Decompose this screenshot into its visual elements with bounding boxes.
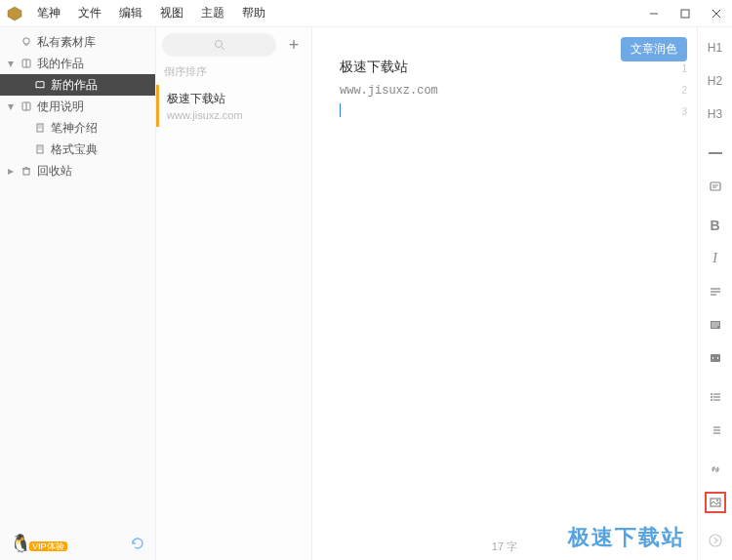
close-button[interactable] [701, 0, 732, 27]
label: 使用说明 [37, 99, 84, 115]
lightbulb-icon [20, 36, 33, 48]
search-icon [214, 39, 225, 51]
sidebar-item-trash[interactable]: ▸ 回收站 [0, 160, 155, 181]
app-logo-icon [6, 5, 23, 22]
svg-rect-22 [711, 182, 720, 190]
italic-button[interactable]: I [705, 248, 726, 269]
menu-file[interactable]: 文件 [70, 5, 109, 21]
sidebar-item-my-works[interactable]: ▾ 我的作品 [0, 53, 155, 74]
menu-help[interactable]: 帮助 [234, 5, 273, 21]
image-button[interactable] [705, 492, 726, 513]
expand-toggle[interactable] [708, 533, 723, 548]
word-count: 17 字 [492, 540, 517, 554]
label: 新的作品 [51, 77, 98, 94]
maximize-button[interactable] [670, 0, 701, 27]
menu-edit[interactable]: 编辑 [111, 5, 150, 21]
label: 私有素材库 [37, 34, 96, 51]
sidebar-item-personal-lib[interactable]: 私有素材库 [0, 31, 155, 53]
add-note-button[interactable]: + [282, 33, 305, 57]
quote-button[interactable] [705, 176, 726, 197]
note-title: 极速下载站 [167, 91, 304, 107]
align-button[interactable] [705, 281, 726, 302]
sidebar: 私有素材库 ▾ 我的作品 新的作品 ▾ 使用说明 笔神介绍 [0, 27, 156, 560]
h1-button[interactable]: H1 [705, 37, 726, 59]
link-button[interactable] [705, 459, 726, 480]
chevron-down-icon: ▾ [6, 100, 16, 113]
label: 回收站 [37, 163, 72, 180]
svg-point-45 [710, 535, 721, 546]
main-area: 私有素材库 ▾ 我的作品 新的作品 ▾ 使用说明 笔神介绍 [0, 27, 732, 560]
align-fill-button[interactable] [705, 314, 726, 336]
ul-button[interactable] [705, 386, 726, 408]
label: 笔神介绍 [51, 120, 98, 137]
h2-button[interactable]: H2 [705, 70, 726, 92]
svg-point-20 [215, 41, 222, 48]
svg-marker-0 [8, 7, 21, 20]
menu-bar: 笔神 文件 编辑 视图 主题 帮助 [29, 5, 273, 21]
hr-icon [709, 152, 722, 154]
svg-point-5 [23, 38, 29, 44]
sidebar-item-new-work[interactable]: 新的作品 [0, 74, 155, 96]
h3-button[interactable]: H3 [705, 103, 726, 125]
line-num: 3 [681, 101, 687, 123]
titlebar: 笔神 文件 编辑 视图 主题 帮助 [0, 0, 732, 27]
doc-line-1[interactable]: www.jisuxz.com [340, 84, 670, 98]
doc-title[interactable]: 极速下载站 [340, 59, 670, 76]
svg-line-21 [222, 47, 224, 50]
sidebar-bottom: 🐧VIP体验 [0, 527, 155, 560]
search-input[interactable] [162, 33, 276, 57]
svg-rect-2 [681, 10, 689, 18]
editor-pane: 文章润色 极速下载站 www.jisuxz.com 1 2 3 17 字 H1 … [312, 27, 732, 560]
vip-badge: VIP体验 [29, 541, 67, 551]
penguin-icon: 🐧 [10, 534, 31, 553]
list-header: + [156, 27, 311, 62]
format-toolbar: H1 H2 H3 B I [697, 27, 732, 560]
book-icon [20, 100, 33, 112]
line-num: 1 [681, 59, 687, 80]
sort-label[interactable]: 倒序排序 [156, 62, 311, 85]
text-cursor [340, 103, 341, 117]
svg-rect-17 [23, 169, 29, 175]
line-num: 2 [681, 80, 687, 101]
window-controls [638, 0, 732, 27]
chevron-down-icon: ▾ [6, 57, 16, 70]
svg-point-33 [711, 393, 712, 395]
minimize-button[interactable] [638, 0, 670, 27]
book-icon [20, 58, 33, 69]
penguin-avatar[interactable]: 🐧VIP体验 [10, 533, 67, 554]
note-list: + 倒序排序 极速下载站 www.jisuxz.com [156, 27, 312, 560]
doc-icon [33, 122, 47, 134]
ol-button[interactable] [705, 420, 726, 441]
trash-icon [20, 165, 33, 177]
sidebar-item-format-ref[interactable]: 格式宝典 [0, 139, 155, 160]
menu-bishen[interactable]: 笔神 [29, 5, 68, 21]
note-item[interactable]: 极速下载站 www.jisuxz.com [156, 85, 311, 127]
refresh-button[interactable] [130, 536, 145, 551]
svg-point-44 [716, 500, 718, 501]
code-button[interactable] [705, 347, 726, 369]
label: 我的作品 [37, 56, 84, 72]
note-preview: www.jisuxz.com [167, 109, 304, 121]
line-gutter: 1 2 3 [681, 59, 687, 123]
menu-theme[interactable]: 主题 [193, 5, 232, 21]
bold-button[interactable]: B [705, 215, 726, 236]
svg-point-37 [711, 399, 712, 401]
book-open-icon [33, 79, 47, 91]
menu-view[interactable]: 视图 [152, 5, 191, 21]
chevron-right-icon: ▸ [6, 164, 16, 178]
label: 格式宝典 [51, 141, 98, 158]
folder-tree: 私有素材库 ▾ 我的作品 新的作品 ▾ 使用说明 笔神介绍 [0, 27, 155, 181]
doc-icon [33, 143, 47, 155]
editor-content[interactable]: 文章润色 极速下载站 www.jisuxz.com 1 2 3 17 字 [312, 27, 697, 560]
sidebar-item-bishen-intro[interactable]: 笔神介绍 [0, 117, 155, 139]
svg-point-35 [711, 396, 712, 398]
hr-button[interactable] [705, 142, 726, 164]
sidebar-item-usage-guide[interactable]: ▾ 使用说明 [0, 96, 155, 117]
polish-button[interactable]: 文章润色 [621, 37, 687, 61]
